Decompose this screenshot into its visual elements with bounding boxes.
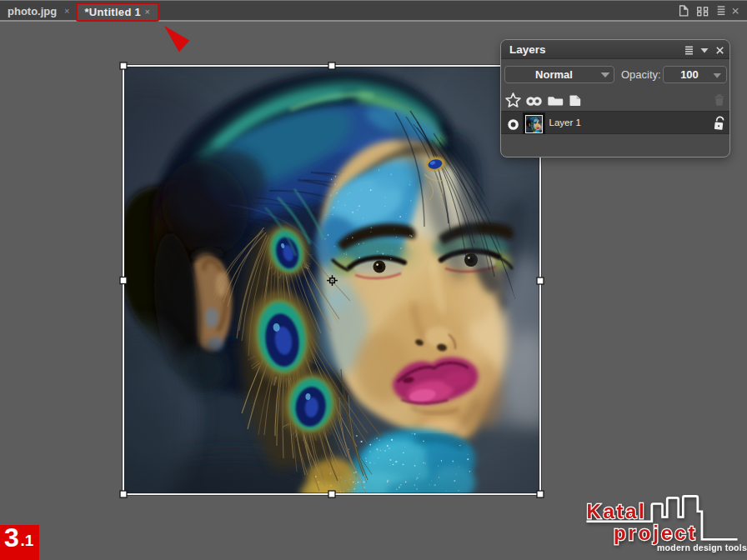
svg-text:project: project (614, 522, 697, 544)
svg-text:Katal: Katal (587, 500, 647, 522)
svg-text:modern design tools: modern design tools (657, 542, 747, 552)
